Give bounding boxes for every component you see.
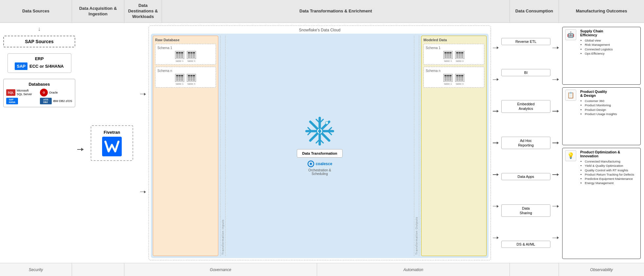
supply-chain-title: Supply ChainEfficiency — [580, 29, 638, 37]
erp-name: ECC or S/4HANA — [29, 64, 64, 69]
header-col-4-label: Data Consumption — [515, 9, 553, 14]
product-optimization-icon: 💡 — [565, 150, 576, 161]
header-data-sources: Data Sources — [0, 0, 72, 23]
db-item-hana: SAPHANA — [6, 98, 39, 104]
list-item: Product Monitoring — [585, 103, 638, 107]
footer-security: Security — [0, 263, 72, 276]
list-item: Ops Efficiency — [585, 51, 638, 56]
list-item: Connected Manufacturing — [585, 159, 638, 164]
footer-observability: Observability — [559, 263, 644, 276]
table1n-icon-wrap: table 1 — [175, 74, 184, 85]
hana-icon: SAPHANA — [6, 98, 18, 104]
scheман-box: Schema n table 1 — [155, 67, 216, 88]
col-acquisition: Fivetran — [86, 26, 138, 260]
modeled-schema1-label: Schema 1 — [426, 46, 482, 50]
db-item-db2: z/OSDB2 IBM DB2 z/OS — [40, 98, 72, 104]
sap-sources-label: SAP Sources — [25, 39, 54, 44]
table1n-label: table 1 — [176, 82, 184, 85]
out-arr3 — [552, 110, 560, 112]
arr6 — [493, 205, 499, 208]
sap-sources-box: SAP Sources — [3, 36, 75, 47]
coalesce-logo: coalesce — [307, 160, 332, 167]
header-row: Data Sources Data Acquisition & Ingestio… — [0, 0, 644, 23]
svg-point-17 — [310, 163, 312, 165]
outcome-product-optimization: 💡 Product Optimization &Innovation Conne… — [562, 148, 641, 259]
footer-security-label: Security — [29, 267, 43, 272]
svg-text:®: ® — [326, 122, 328, 124]
m-tablen-label: table n — [456, 60, 464, 62]
reverse-etl-label: Reverse ETL — [515, 40, 536, 43]
list-item: Quality Control with RT Insights — [585, 168, 638, 172]
databases-label: Databases — [6, 82, 72, 87]
fivetran-logo-box — [102, 137, 122, 156]
list-item: Connected Logistics — [585, 47, 638, 51]
main-content: ↓ SAP Sources ERP SAP ECC or S/4HA — [0, 23, 644, 263]
snowflake-inner: Raw Database Schema 1 — [151, 34, 489, 258]
data-apps-label: Data Apps — [518, 175, 534, 179]
list-item: Yield & Quality Optimization — [585, 164, 638, 168]
tablenn-label: table n — [188, 82, 195, 85]
arrows-snow-to-consumption — [493, 26, 499, 260]
product-optimization-title: Product Optimization &Innovation — [580, 150, 638, 158]
consumption-adhoc: Ad HocReporting — [501, 137, 550, 149]
list-item: Energy Management — [585, 181, 638, 185]
out-arr1 — [552, 46, 560, 49]
outcome-po-content: Product Optimization &Innovation Connect… — [580, 150, 638, 185]
databases-section: Databases SQL MicrosoftSQL Server O Orac… — [3, 79, 75, 107]
sql-icon: SQL — [6, 89, 15, 96]
consumption-ds-ai: DS & AI/ML — [501, 241, 550, 248]
col-outcomes: 🤖 Supply ChainEfficiency Global view Ris… — [562, 26, 641, 260]
table1-icon-wrap: table 1 — [175, 51, 184, 62]
out-arr7 — [552, 236, 560, 239]
outcome-product-quality: 📋 Product Quality& Design Customer 360 P… — [562, 87, 641, 145]
consumption-data-apps: Data Apps — [501, 173, 550, 180]
footer-automation: Automation — [317, 263, 510, 276]
footer-automation-label: Automation — [403, 267, 423, 272]
m-tablen-wrap: table n — [455, 51, 464, 62]
coalesce-label: coalesce — [316, 162, 332, 166]
header-col-3-label: Data Transformations & Enrichment — [299, 9, 372, 14]
product-quality-title: Product Quality& Design — [580, 90, 638, 97]
arr5 — [493, 173, 499, 176]
snowflake-cloud-container: Snowflake's Data Cloud Raw Database Sche… — [149, 26, 491, 260]
list-item: Risk Management — [585, 43, 638, 47]
supply-chain-icon: 🤖 — [565, 29, 576, 40]
data-transform-label: Data Transformation — [302, 151, 337, 155]
header-col-2-label: Data Destinations & Workloads — [127, 3, 159, 20]
data-transform-box: Data Transformation — [297, 149, 343, 158]
schema1-label: Schema 1 — [157, 46, 214, 50]
tablenn-icon-wrap: table n — [187, 74, 196, 85]
m-table1-label: table 1 — [444, 60, 452, 62]
header-col-0-label: Data Sources — [22, 9, 49, 14]
consumption-reverse-etl: Reverse ETL — [501, 38, 550, 45]
data-sharing-label: DataSharing — [520, 206, 532, 216]
header-transformations: Data Transformations & Enrichment — [162, 0, 510, 23]
coalesce-section: coalesce Orchestration & Scheduling — [307, 160, 332, 176]
schema1-box: Schema 1 table 1 — [155, 44, 216, 65]
col-sources: ↓ SAP Sources ERP SAP ECC or S/4HA — [3, 26, 75, 260]
arrow-down-icon: ↓ — [3, 26, 75, 32]
header-acquisition: Data Acquisition & Ingestion — [72, 0, 124, 23]
adhoc-label: Ad HocReporting — [518, 138, 534, 148]
header-outcomes: Manufacturing Outcomes — [559, 0, 644, 23]
out-arr6 — [552, 205, 560, 208]
list-item: Product Design — [585, 108, 638, 112]
transform-inputs-label: Transformation Inputs — [220, 36, 225, 256]
snowflake-symbol: ® — [305, 116, 334, 147]
header-consumption: Data Consumption — [510, 0, 559, 23]
m-tablenn-label: table n — [456, 82, 464, 85]
m-table1n-wrap: table 1 — [443, 74, 453, 85]
outcome-supply-chain-content: Supply ChainEfficiency Global view Risk … — [580, 29, 638, 56]
m-table1-icon — [443, 51, 453, 59]
arrow-sources-to-acq — [77, 26, 84, 260]
modeled-title: Modeled Data — [423, 38, 484, 42]
tablen-icon — [187, 51, 196, 59]
table1-label: table 1 — [176, 60, 184, 62]
arr1 — [493, 46, 499, 49]
snowflake-svg: ® — [305, 116, 334, 146]
raw-db-box: Raw Database Schema 1 — [153, 36, 218, 256]
erp-label: ERP — [10, 56, 68, 61]
fivetran-box: Fivetran — [91, 125, 133, 161]
out-arr5 — [552, 173, 560, 176]
tablenn-icon — [187, 74, 196, 82]
